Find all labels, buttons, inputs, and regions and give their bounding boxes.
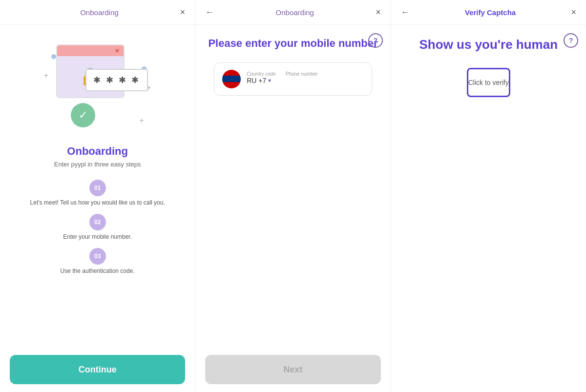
close-icon-panel3[interactable]: × [571, 8, 576, 17]
phone-number-field-label: Phone number [286, 71, 364, 77]
captcha-verify-box[interactable]: Click to verify [467, 68, 510, 97]
step-circle-2: 02 [89, 214, 106, 230]
help-circle-panel3[interactable]: ? [564, 33, 578, 48]
panel3-content: Show us you're human Click to verify [391, 25, 586, 392]
panel3-header-title: Verify Captcha [465, 8, 516, 17]
steps-list: 01 Let's meet! Tell us how you would lik… [10, 180, 185, 274]
panel2-footer: Next [195, 347, 390, 392]
country-code-value: RU +7 [247, 77, 266, 84]
step-item-2: 02 Enter your mobile number. [63, 214, 132, 240]
country-code-value-row: RU +7 ▾ [247, 77, 275, 84]
russia-flag [222, 70, 241, 88]
continue-button[interactable]: Continue [10, 355, 185, 384]
panel1-content: + + + ✕ 🔒 ✱ ✱ ✱ ✱ ✓ Onboarding Enter pyy… [0, 25, 195, 347]
panel1-header: ← Onboarding × [0, 0, 195, 25]
close-icon-panel1[interactable]: × [180, 8, 186, 17]
panel1-header-title: Onboarding [80, 8, 118, 17]
onboarding-illustration: + + + ✕ 🔒 ✱ ✱ ✱ ✱ ✓ [42, 40, 154, 137]
illus-window-close: ✕ [115, 47, 120, 54]
back-icon-panel3[interactable]: ← [401, 8, 410, 17]
panel-onboarding-intro: ← Onboarding × + + + ✕ 🔒 ✱ [0, 0, 195, 392]
panel2-main-title: Please enter your mobile number [208, 37, 377, 51]
chevron-down-icon[interactable]: ▾ [268, 77, 271, 84]
step-label-1: Let's meet! Tell us how you would like u… [30, 199, 165, 206]
panel-phone-number: ← Onboarding × ? Please enter your mobil… [195, 0, 391, 392]
panel1-footer: Continue [0, 347, 195, 392]
country-code-label: Country code [247, 71, 275, 77]
phone-number-input[interactable] [286, 77, 364, 86]
illus-password-box: ✱ ✱ ✱ ✱ [85, 69, 148, 91]
panel3-header: ← Verify Captcha × [391, 0, 586, 25]
next-button[interactable]: Next [205, 355, 380, 384]
panel1-subtitle: Enter pyypl in three easy steps [54, 161, 141, 168]
illus-window-bar: ✕ [57, 45, 124, 56]
panel1-main-title: Onboarding [67, 145, 128, 158]
panel2-header: ← Onboarding × [195, 0, 390, 25]
back-icon-panel2[interactable]: ← [205, 8, 214, 17]
panel3-main-title: Show us you're human [419, 37, 558, 53]
illus-plus-1: + [44, 71, 48, 80]
step-item-1: 01 Let's meet! Tell us how you would lik… [30, 180, 165, 206]
step-circle-3: 03 [89, 248, 106, 265]
illus-checkmark: ✓ [71, 103, 95, 127]
step-item-3: 03 Use the authentication code. [61, 248, 135, 274]
step-circle-1: 01 [89, 180, 106, 196]
illus-dot-1 [51, 54, 56, 59]
panel2-content: Please enter your mobile number Country … [195, 25, 390, 347]
flag-stripe-bottom [222, 82, 241, 88]
illus-plus-3: + [139, 116, 144, 125]
panel-verify-captcha: ← Verify Captcha × ? Show us you're huma… [391, 0, 586, 392]
flag-stripe-middle [222, 76, 241, 82]
flag-stripe-top [222, 70, 241, 76]
close-icon-panel2[interactable]: × [376, 8, 381, 17]
step-label-2: Enter your mobile number. [63, 233, 132, 240]
captcha-label: Click to verify [468, 79, 509, 86]
panel2-header-title: Onboarding [276, 8, 314, 17]
step-label-3: Use the authentication code. [61, 268, 135, 274]
help-circle-panel2[interactable]: ? [368, 33, 383, 48]
phone-input-card[interactable]: Country code RU +7 ▾ Phone number [214, 62, 372, 96]
